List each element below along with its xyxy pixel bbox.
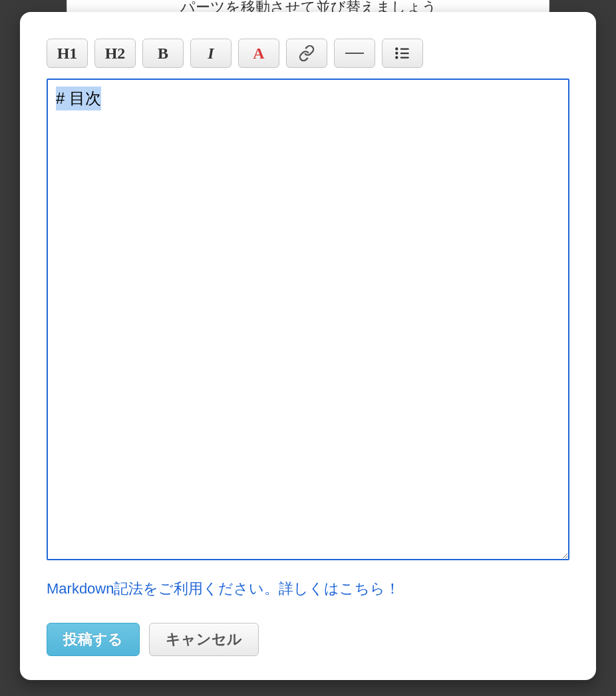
markdown-textarea[interactable] [47,79,569,560]
link-button[interactable] [286,39,327,68]
text-color-button[interactable]: A [238,39,279,68]
link-icon [298,45,315,62]
svg-rect-5 [400,57,409,58]
text-color-label: A [253,45,264,63]
editor-container [47,79,569,560]
heading2-button[interactable]: H2 [94,39,136,68]
bold-button[interactable]: B [142,39,184,68]
cancel-button[interactable]: キャンセル [149,623,259,656]
modal-footer: 投稿する キャンセル [47,623,569,656]
svg-point-0 [395,47,398,50]
cancel-button-label: キャンセル [166,629,242,649]
italic-button[interactable]: I [190,39,231,68]
editor-modal: H1 H2 B I A [20,12,596,680]
submit-button[interactable]: 投稿する [47,623,140,656]
bold-label: B [158,45,168,63]
heading1-label: H1 [57,45,78,63]
svg-rect-1 [400,48,409,49]
horizontal-rule-icon [345,53,364,54]
bullet-list-icon [394,45,411,62]
svg-point-2 [395,52,398,55]
svg-point-4 [395,56,398,59]
heading1-button[interactable]: H1 [47,39,88,68]
markdown-help-link[interactable]: Markdown記法をご利用ください。詳しくはこちら！ [47,579,569,599]
formatting-toolbar: H1 H2 B I A [47,39,569,68]
heading2-label: H2 [105,45,126,63]
italic-label: I [208,45,214,63]
bullet-list-button[interactable] [382,39,423,68]
horizontal-rule-button[interactable] [334,39,375,68]
svg-rect-3 [400,53,409,54]
submit-button-label: 投稿する [63,629,123,649]
